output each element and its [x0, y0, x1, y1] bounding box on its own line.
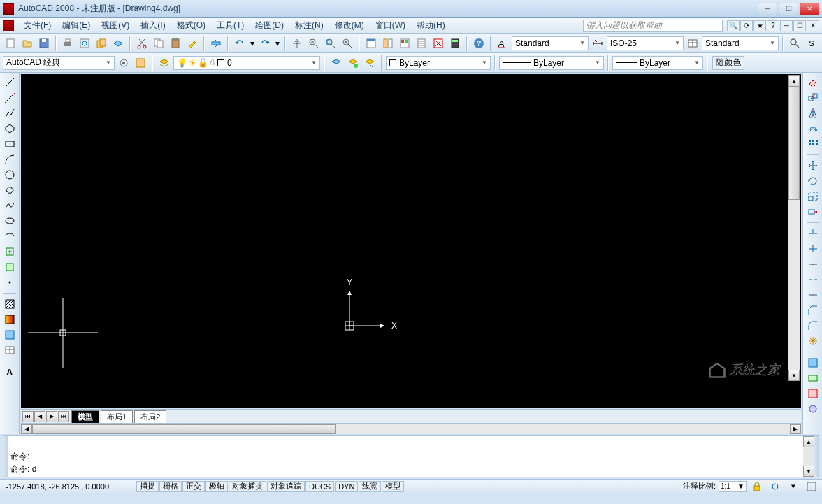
insert-block-icon[interactable] — [2, 245, 17, 259]
annoscale-sync-icon[interactable] — [767, 479, 783, 494]
open-icon[interactable] — [20, 36, 35, 51]
zoom-realtime-icon[interactable] — [306, 36, 322, 51]
copy-icon[interactable] — [151, 36, 166, 51]
tool-palettes-icon[interactable] — [397, 36, 412, 51]
break-icon[interactable] — [805, 273, 821, 287]
arc-icon[interactable] — [2, 152, 17, 166]
tab-first-icon[interactable]: ⏮ — [22, 411, 34, 422]
doc-minimize-button[interactable]: ─ — [780, 20, 793, 31]
doc-restore-button[interactable]: ☐ — [793, 20, 806, 31]
tab-last-icon[interactable]: ⏭ — [58, 411, 69, 422]
redo-icon[interactable] — [257, 36, 273, 51]
save-icon[interactable] — [36, 36, 52, 51]
rotate-icon[interactable] — [805, 174, 821, 188]
scroll-down-icon[interactable]: ▼ — [788, 370, 800, 381]
3ddwf-icon[interactable] — [110, 36, 126, 51]
extend-icon[interactable] — [805, 242, 821, 256]
menu-draw[interactable]: 绘图(D) — [250, 18, 289, 33]
table-style-icon[interactable] — [685, 36, 700, 51]
status-tray-icon[interactable]: ▾ — [786, 479, 801, 494]
lwt-toggle[interactable]: 线宽 — [359, 481, 381, 492]
line-icon[interactable] — [2, 75, 17, 89]
layer-states-icon[interactable] — [345, 55, 361, 71]
coordinate-display[interactable]: -1257.4018, -26.8125 , 0.0000 — [3, 482, 136, 491]
snap-toggle[interactable]: 捕捉 — [136, 481, 159, 492]
find-icon[interactable] — [787, 36, 802, 51]
cmd-scroll-down-icon[interactable]: ▼ — [803, 466, 814, 477]
comm-center-icon[interactable]: ⟳ — [740, 20, 753, 31]
publish-icon[interactable] — [94, 36, 109, 51]
hatch-icon[interactable] — [2, 297, 17, 311]
command-grip-right[interactable] — [814, 436, 819, 477]
rectangle-icon[interactable] — [2, 137, 17, 151]
polygon-icon[interactable] — [2, 122, 17, 136]
properties-icon[interactable] — [363, 36, 379, 51]
my-workspace-icon[interactable] — [133, 55, 148, 71]
vertical-scroll-thumb[interactable] — [788, 87, 800, 200]
layer-dropdown[interactable]: 💡 ☀ 🔓 ⎙ 0 ▼ — [173, 56, 320, 70]
layer-translator-icon[interactable] — [805, 371, 821, 385]
tab-prev-icon[interactable]: ◀ — [34, 411, 45, 422]
workspace-settings-icon[interactable] — [116, 55, 131, 71]
layer-match-icon[interactable] — [362, 55, 377, 71]
help-button-icon[interactable]: ? — [471, 36, 486, 51]
doc-close-button[interactable]: ✕ — [807, 20, 819, 31]
sheet-set-icon[interactable] — [414, 36, 429, 51]
linetype-dropdown[interactable]: ByLayer▼ — [499, 56, 604, 70]
trim-icon[interactable] — [805, 226, 821, 240]
layer-properties-icon[interactable] — [157, 55, 172, 71]
dashboard-icon[interactable] — [805, 356, 821, 370]
pan-icon[interactable] — [289, 36, 305, 51]
menu-modify[interactable]: 修改(M) — [329, 18, 370, 33]
otrack-toggle[interactable]: 对象追踪 — [267, 481, 305, 492]
action-recorder-icon[interactable] — [805, 402, 821, 416]
close-button[interactable]: ✕ — [800, 3, 819, 15]
color-dropdown[interactable]: ByLayer▼ — [386, 56, 491, 70]
revision-cloud-icon[interactable] — [2, 183, 17, 197]
ortho-toggle[interactable]: 正交 — [182, 481, 205, 492]
menu-file[interactable]: 文件(F) — [18, 18, 57, 33]
grid-toggle[interactable]: 栅格 — [159, 481, 182, 492]
menu-tools[interactable]: 工具(T) — [211, 18, 250, 33]
undo-dropdown-icon[interactable]: ▾ — [249, 36, 256, 51]
dyn-toggle[interactable]: DYN — [335, 481, 358, 492]
explode-icon[interactable] — [805, 334, 821, 348]
menu-view[interactable]: 视图(V) — [96, 18, 135, 33]
command-scrollbar[interactable]: ▲ ▼ — [803, 436, 814, 477]
osnap-toggle[interactable]: 对象捕捉 — [229, 481, 266, 492]
print-icon[interactable] — [60, 36, 75, 51]
circle-icon[interactable] — [2, 168, 17, 182]
menu-format[interactable]: 格式(O) — [171, 18, 211, 33]
standards-icon[interactable] — [805, 387, 821, 401]
polar-toggle[interactable]: 极轴 — [206, 481, 228, 492]
polyline-icon[interactable] — [2, 106, 17, 120]
stretch-icon[interactable] — [805, 205, 821, 219]
search-icon[interactable]: 🔍 — [727, 20, 740, 31]
text-style-icon[interactable]: A — [495, 36, 510, 51]
fillet-icon[interactable] — [805, 319, 821, 333]
text-style-dropdown[interactable]: Standard▼ — [512, 36, 589, 50]
join-icon[interactable] — [805, 288, 821, 302]
doc-icon[interactable] — [3, 20, 14, 31]
favorites-icon[interactable]: ★ — [754, 20, 766, 31]
clean-screen-icon[interactable] — [804, 479, 819, 494]
scroll-left-icon[interactable]: ◀ — [21, 424, 32, 434]
menu-dimension[interactable]: 标注(N) — [289, 18, 329, 33]
tab-next-icon[interactable]: ▶ — [46, 411, 57, 422]
table-icon[interactable] — [2, 343, 17, 357]
ellipse-arc-icon[interactable] — [2, 229, 17, 243]
scale-icon[interactable] — [805, 189, 821, 203]
dim-style-icon[interactable] — [590, 36, 605, 51]
array-icon[interactable] — [805, 137, 821, 151]
menu-insert[interactable]: 插入(I) — [135, 18, 171, 33]
mtext-icon[interactable]: A — [2, 365, 17, 379]
paste-icon[interactable] — [168, 36, 183, 51]
move-icon[interactable] — [805, 159, 821, 173]
plot-style-button[interactable]: 随颜色 — [712, 56, 744, 70]
block-editor-icon[interactable] — [208, 36, 224, 51]
vertical-scrollbar[interactable]: ▲ ▼ — [788, 75, 800, 381]
redo-dropdown-icon[interactable]: ▾ — [274, 36, 281, 51]
command-input[interactable] — [32, 464, 800, 474]
construction-line-icon[interactable] — [2, 91, 17, 105]
spell-check-icon[interactable]: S — [804, 36, 819, 51]
